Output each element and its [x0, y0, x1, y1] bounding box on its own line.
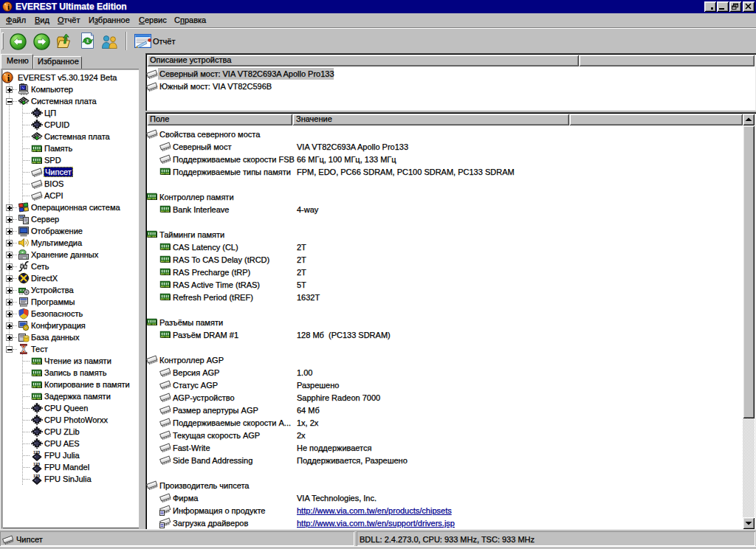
svg-text:i: i [7, 2, 10, 11]
svg-text:i: i [7, 73, 10, 83]
